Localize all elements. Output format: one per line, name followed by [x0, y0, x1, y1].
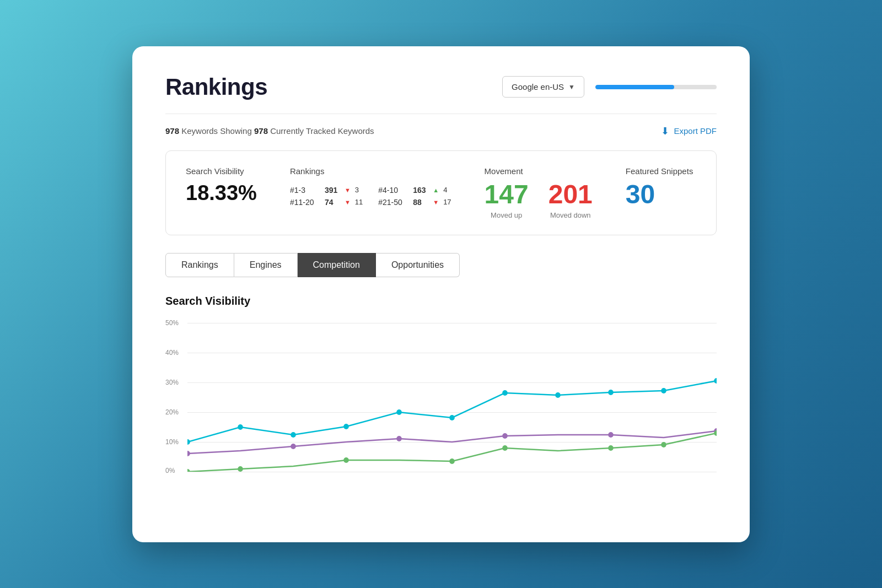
dot-green-8	[608, 445, 614, 451]
dot-purple-6	[502, 433, 508, 439]
moved-down-label: Moved down	[548, 211, 593, 219]
stats-card: Search Visibility 18.33% Rankings #1-3 3…	[165, 150, 717, 235]
movement-section: Movement 147 Moved up 201 Moved down	[485, 166, 593, 219]
y-label-30: 30%	[165, 379, 179, 386]
progress-bar-fill	[595, 85, 674, 89]
y-label-40: 40%	[165, 349, 179, 357]
arrow-down-icon: ▼	[345, 187, 351, 193]
keywords-showing-count: 978	[165, 126, 179, 136]
chart-line-cyan	[187, 381, 717, 442]
page-title: Rankings	[165, 74, 267, 100]
dot-cyan-6	[502, 390, 508, 396]
movement-values: 147 Moved up 201 Moved down	[485, 181, 593, 219]
dot-cyan-5	[449, 415, 455, 420]
chart-line-purple	[187, 431, 717, 454]
featured-snippets-label: Featured Snippets	[626, 166, 693, 176]
tab-engines[interactable]: Engines	[234, 253, 298, 277]
keywords-text: 978 Keywords Showing 978 Currently Track…	[165, 126, 374, 136]
dot-green-9	[661, 442, 666, 447]
featured-snippets-value: 30	[626, 181, 693, 208]
dot-cyan-3	[343, 424, 349, 429]
arrow-up-icon: ▲	[433, 187, 439, 193]
dot-purple-2	[291, 444, 296, 449]
arrow-down-icon-3: ▼	[433, 199, 439, 206]
chart-svg	[187, 323, 717, 472]
keywords-tracked-count: 978	[254, 126, 268, 136]
tab-competition[interactable]: Competition	[298, 253, 376, 277]
chart-section: Search Visibility 50% 40% 30% 20% 10% 0%	[165, 295, 717, 488]
ranking-row-1-3: #1-3 391 ▼ 3	[290, 186, 363, 195]
chart-container: 50% 40% 30% 20% 10% 0%	[165, 323, 717, 488]
moved-down-item: 201 Moved down	[548, 181, 593, 219]
rankings-grid: #1-3 391 ▼ 3 #4-10 163 ▲ 4 #11-20 74 ▼ 1…	[290, 186, 451, 207]
header-divider	[165, 114, 717, 114]
dot-cyan-10	[714, 378, 717, 384]
dot-cyan-4	[396, 409, 402, 415]
dot-green-1	[238, 466, 243, 472]
dot-cyan-7	[555, 392, 561, 398]
ranking-row-11-20: #11-20 74 ▼ 11	[290, 198, 363, 207]
ranking-row-4-10: #4-10 163 ▲ 4	[378, 186, 451, 195]
moved-up-item: 147 Moved up	[485, 181, 529, 219]
dot-cyan-0	[187, 439, 190, 445]
y-label-20: 20%	[165, 408, 179, 416]
search-visibility-value: 18.33%	[186, 181, 257, 205]
moved-up-value: 147	[485, 181, 529, 208]
dot-green-3	[343, 457, 349, 463]
moved-up-label: Moved up	[485, 211, 529, 219]
header-controls: Google en-US ▼	[502, 76, 717, 98]
chart-line-green	[187, 433, 717, 472]
search-engine-dropdown[interactable]: Google en-US ▼	[502, 76, 584, 98]
y-label-0: 0%	[165, 467, 175, 474]
progress-bar-container	[595, 85, 717, 89]
page-header: Rankings Google en-US ▼	[165, 74, 717, 100]
dot-purple-0	[187, 451, 190, 456]
tab-rankings[interactable]: Rankings	[165, 253, 234, 277]
y-label-50: 50%	[165, 319, 179, 327]
dot-green-5	[449, 458, 455, 464]
main-window: Rankings Google en-US ▼ 978 Keywords Sho…	[132, 46, 750, 542]
arrow-down-icon-2: ▼	[345, 199, 351, 206]
keywords-bar: 978 Keywords Showing 978 Currently Track…	[165, 125, 717, 137]
moved-down-value: 201	[548, 181, 593, 208]
export-pdf-button[interactable]: ⬇ Export PDF	[661, 125, 717, 137]
dot-green-0	[187, 469, 190, 472]
chevron-down-icon: ▼	[568, 83, 575, 91]
tab-bar: Rankings Engines Competition Opportuniti…	[165, 253, 717, 277]
download-icon: ⬇	[661, 125, 669, 137]
dropdown-label: Google en-US	[512, 82, 564, 91]
dot-green-6	[502, 445, 508, 451]
dot-purple-4	[396, 436, 402, 441]
movement-label: Movement	[485, 166, 593, 176]
rankings-label: Rankings	[290, 166, 451, 176]
dot-cyan-8	[608, 390, 614, 395]
tab-opportunities[interactable]: Opportunities	[376, 253, 460, 277]
featured-snippets-section: Featured Snippets 30	[626, 166, 693, 208]
y-label-10: 10%	[165, 438, 179, 446]
dot-purple-8	[608, 432, 614, 438]
ranking-row-21-50: #21-50 88 ▼ 17	[378, 198, 451, 207]
chart-title: Search Visibility	[165, 295, 717, 308]
dot-cyan-9	[661, 388, 666, 393]
search-visibility-label: Search Visibility	[186, 166, 257, 176]
search-visibility-section: Search Visibility 18.33%	[186, 166, 257, 205]
dot-cyan-2	[291, 432, 296, 438]
rankings-section: Rankings #1-3 391 ▼ 3 #4-10 163 ▲ 4 #11-…	[290, 166, 451, 207]
dot-cyan-1	[238, 424, 243, 430]
